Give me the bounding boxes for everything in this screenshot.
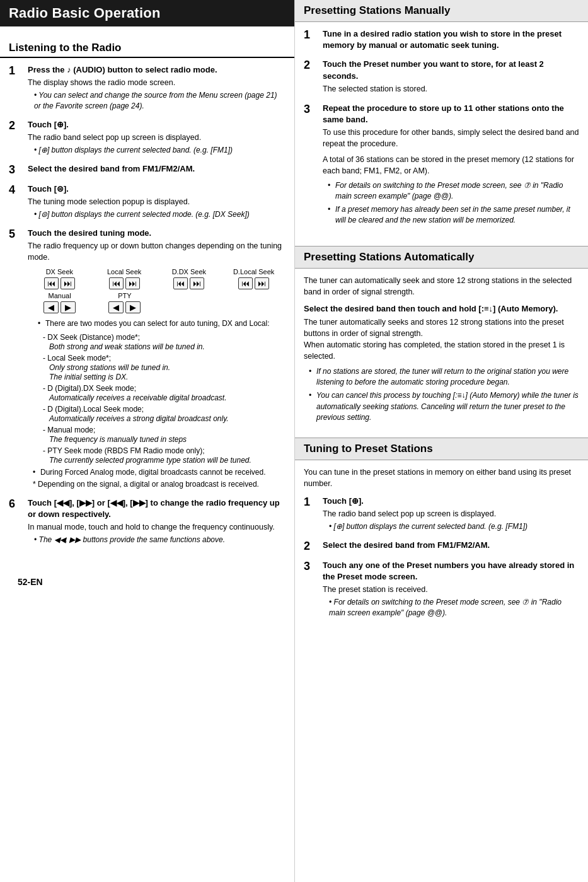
step-6-content: Touch [◀◀], [▶▶] or [◀◀], [▶▶] to change…	[28, 497, 285, 547]
tuning-mode-pty: PTY ◀ ▶	[93, 292, 156, 313]
dx-seek-label: DX Seek	[28, 268, 91, 276]
right-s3-step-3-body: The preset station is received.	[323, 584, 579, 595]
left-section-header: Listening to the Radio	[0, 35, 294, 58]
dash-pty: - PTY Seek mode (RBDS FM Radio mode only…	[43, 446, 285, 465]
tuning-modes-row2: Manual ◀ ▶ PTY ◀ ▶	[28, 292, 285, 313]
dx-seek-next-btn[interactable]: ⏭	[61, 277, 75, 289]
ddx-seek-next-btn[interactable]: ⏭	[190, 277, 204, 289]
dash-dx-seek: - DX Seek (Distance) mode*; Both strong …	[43, 332, 285, 351]
ddx-seek-prev-btn[interactable]: ⏮	[173, 277, 188, 289]
section2-sub-body: The tuner automatically seeks and stores…	[304, 316, 579, 363]
step-2-title: Touch [⊕].	[28, 119, 285, 131]
manual-label: Manual	[28, 292, 91, 299]
step-number-6: 6	[9, 497, 23, 511]
pty-next-btn[interactable]: ▶	[125, 301, 141, 313]
dlocal-seek-next-btn[interactable]: ⏭	[255, 277, 269, 289]
step-5-title: Touch the desired tuning mode.	[28, 228, 285, 239]
tuning-mode-dlocal-seek: D.Local Seek ⏮ ⏭	[222, 268, 285, 289]
right-step-num-2: 2	[304, 59, 318, 73]
left-section-title: Listening to the Radio	[9, 42, 285, 54]
dash-local-seek: - Local Seek mode*; Only strong stations…	[43, 353, 285, 381]
section2-title: Presetting Stations Automatically	[304, 251, 579, 264]
section2-bullet-2: You can cancel this process by touching …	[309, 390, 579, 423]
step-4-content: Touch [⊜]. The tuning mode selection pop…	[28, 183, 285, 221]
right-step-3-extra: A total of 36 stations can be stored in …	[323, 154, 579, 177]
step-number-1: 1	[9, 64, 23, 78]
modes-intro-bullet: There are two modes you can select for a…	[38, 318, 285, 329]
local-seek-prev-btn[interactable]: ⏮	[109, 277, 124, 289]
dx-seek-buttons: ⏮ ⏭	[28, 277, 91, 289]
step-1-title: Press the ♪ (AUDIO) button to select rad…	[28, 64, 285, 76]
right-step-3-content: Repeat the procedure to store up to 11 o…	[323, 103, 579, 228]
right-s3-step-num-2: 2	[304, 540, 318, 554]
right-s3-step-1: 1 Touch [⊕]. The radio band select pop u…	[304, 496, 579, 533]
left-column: Radio Basic Operation Listening to the R…	[0, 0, 295, 882]
step-6-title: Touch [◀◀], [▶▶] or [◀◀], [▶▶] to change…	[28, 497, 285, 520]
right-s3-step-1-content: Touch [⊕]. The radio band select pop up …	[323, 496, 579, 533]
step-5-content: Touch the desired tuning mode. The radio…	[28, 228, 285, 491]
right-step-3-bullet-1: For details on switching to the Preset m…	[328, 180, 579, 202]
right-s3-step-num-1: 1	[304, 496, 318, 509]
step-5-extra-bullets: During Forced Analog mode, digital broad…	[33, 467, 285, 489]
step-1-body: The display shows the radio mode screen.	[28, 77, 285, 88]
step-3-title: Select the desired band from FM1/FM2/AM.	[28, 163, 285, 175]
right-step-num-3: 3	[304, 103, 318, 117]
dlocal-seek-prev-btn[interactable]: ⏮	[238, 277, 253, 289]
dx-seek-prev-btn[interactable]: ⏮	[44, 277, 59, 289]
section3-title: Tuning to Preset Stations	[304, 443, 579, 455]
step-number-2: 2	[9, 119, 23, 133]
step-4-title: Touch [⊜].	[28, 183, 285, 195]
right-s3-step-num-3: 3	[304, 560, 318, 574]
step-5-extra-bullet-1: During Forced Analog mode, digital broad…	[33, 467, 285, 478]
right-step-3-bullet-2: If a preset memory has already been set …	[328, 204, 579, 226]
tuning-mode-spacer	[158, 292, 286, 313]
left-step-2: 2 Touch [⊕]. The radio band select pop u…	[9, 119, 285, 157]
ddx-seek-buttons: ⏮ ⏭	[158, 277, 221, 289]
left-step-5: 5 Touch the desired tuning mode. The rad…	[9, 228, 285, 491]
page-number: 52-EN	[9, 572, 285, 592]
pty-prev-btn[interactable]: ◀	[108, 301, 124, 313]
pty-label: PTY	[93, 292, 156, 299]
step-number-5: 5	[9, 228, 23, 241]
manual-prev-btn[interactable]: ◀	[43, 301, 59, 313]
tuning-mode-manual: Manual ◀ ▶	[28, 292, 91, 313]
local-seek-next-btn[interactable]: ⏭	[125, 277, 140, 289]
manual-next-btn[interactable]: ▶	[61, 301, 76, 313]
right-step-1: 1 Tune in a desired radio station you wi…	[304, 28, 579, 52]
right-step-2: 2 Touch the Preset number you want to st…	[304, 59, 579, 96]
right-s3-step-3-title: Touch any one of the Preset numbers you …	[323, 560, 579, 583]
step-6-bullet-1: The ◀◀, ▶▶ buttons provide the same func…	[34, 535, 285, 545]
step-number-3: 3	[9, 163, 23, 177]
right-section2-header: Presetting Stations Automatically	[295, 246, 588, 269]
tuning-mode-dx-seek: DX Seek ⏮ ⏭	[28, 268, 91, 289]
left-content: 1 Press the ♪ (AUDIO) button to select r…	[0, 64, 294, 559]
step-6-body: In manual mode, touch and hold to change…	[28, 521, 285, 533]
section1-title: Presetting Stations Manually	[304, 4, 579, 17]
right-section3-header: Tuning to Preset Stations	[295, 438, 588, 460]
left-footer: 52-EN	[0, 559, 294, 597]
tuning-modes-row1: DX Seek ⏮ ⏭ Local Seek ⏮ ⏭	[28, 268, 285, 289]
step-3-content: Select the desired band from FM1/FM2/AM.	[28, 163, 285, 176]
right-s3-step-3-content: Touch any one of the Preset numbers you …	[323, 560, 579, 620]
manual-buttons: ◀ ▶	[28, 301, 91, 313]
right-section3-content: You can tune in the preset stations in m…	[295, 467, 588, 632]
tuning-mode-ddx-seek: D.DX Seek ⏮ ⏭	[158, 268, 221, 289]
right-step-2-content: Touch the Preset number you want to stor…	[323, 59, 579, 96]
step-2-content: Touch [⊕]. The radio band select pop up …	[28, 119, 285, 157]
local-seek-buttons: ⏮ ⏭	[93, 277, 156, 289]
dash-items: - DX Seek (Distance) mode*; Both strong …	[43, 332, 285, 465]
page-title: Radio Basic Operation	[9, 5, 285, 21]
section2-bullets: If no stations are stored, the tuner wil…	[309, 366, 579, 424]
step-number-4: 4	[9, 183, 23, 197]
right-s3-step-3-bullet-1: For details on switching to the Preset m…	[329, 597, 579, 618]
right-step-3: 3 Repeat the procedure to store up to 11…	[304, 103, 579, 228]
step-2-body: The radio band select pop up screen is d…	[28, 132, 285, 143]
page: Radio Basic Operation Listening to the R…	[0, 0, 588, 882]
right-step-2-body: The selected station is stored.	[323, 83, 579, 95]
right-section1-header: Presetting Stations Manually	[295, 0, 588, 22]
section2-intro: The tuner can automatically seek and sto…	[304, 275, 579, 298]
ddx-seek-label: D.DX Seek	[158, 268, 221, 276]
step-5-dash-list: There are two modes you can select for a…	[38, 318, 285, 464]
left-step-3: 3 Select the desired band from FM1/FM2/A…	[9, 163, 285, 177]
right-step-3-body: To use this procedure for other bands, s…	[323, 127, 579, 149]
